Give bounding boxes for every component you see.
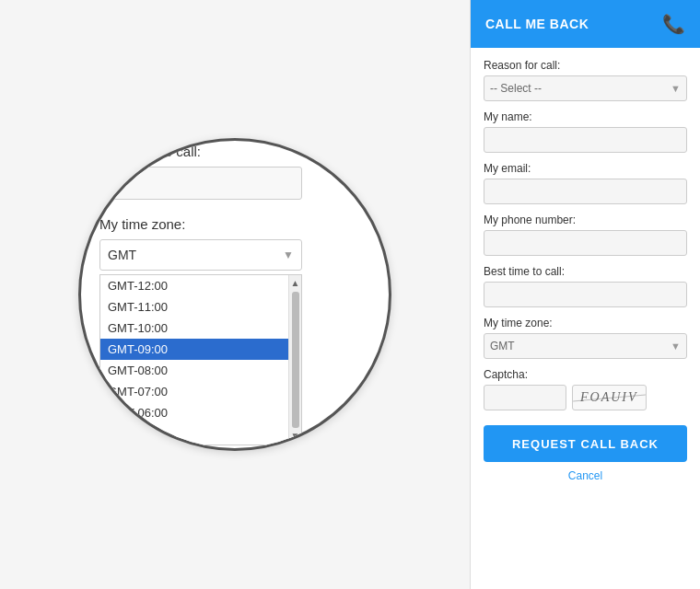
timezone-label: My time zone: (484, 317, 687, 329)
timezone-select[interactable]: GMT ▼ (484, 333, 687, 359)
scroll-down-icon[interactable]: ▼ (291, 430, 300, 443)
magnifier-timezone-select[interactable]: GMT ▼ (99, 239, 302, 271)
name-label: My name: (484, 110, 687, 123)
best-time-label: Best time to call: (484, 265, 687, 278)
dropdown-item[interactable]: GMT-09:00 (100, 339, 288, 360)
magnifier-timezone-value: GMT (108, 248, 136, 262)
timezone-chevron-icon: ▼ (671, 341, 681, 352)
panel-title: CALL ME BACK (485, 17, 589, 31)
captcha-row: FOAUIV (484, 385, 687, 410)
dropdown-item[interactable]: GMT-10:00 (100, 318, 288, 339)
reason-field-group: Reason for call: -- Select -- ▼ (484, 59, 687, 101)
captcha-field-group: Captcha: FOAUIV (484, 368, 687, 410)
dropdown-item[interactable]: GMT-07:00 (100, 381, 288, 402)
magnifier-best-time-input[interactable] (99, 167, 302, 200)
dropdown-item[interactable]: GMT-11:00 (100, 296, 288, 318)
phone-input[interactable] (484, 230, 687, 256)
magnifier-dropdown: GMT-12:00GMT-11:00GMT-10:00GMT-09:00GMT-… (99, 274, 302, 445)
right-panel: CALL ME BACK 📞 Reason for call: -- Selec… (470, 0, 700, 589)
timezone-field-group: My time zone: GMT ▼ (484, 317, 687, 359)
reason-select[interactable]: -- Select -- ▼ (484, 75, 687, 101)
best-time-field-group: Best time to call: (484, 265, 687, 307)
dropdown-items-list: GMT-12:00GMT-11:00GMT-10:00GMT-09:00GMT-… (100, 275, 288, 445)
dropdown-item[interactable]: -T-05:00 (100, 423, 288, 445)
captcha-text: FOAUIV (580, 390, 638, 405)
dropdown-item[interactable]: GMT-06:00 (100, 402, 288, 423)
captcha-image: FOAUIV (572, 385, 647, 410)
panel-header: CALL ME BACK 📞 (471, 0, 700, 48)
cancel-link[interactable]: Cancel (484, 469, 687, 482)
magnifier-best-time-label: Best time to call: (99, 144, 370, 159)
phone-icon: 📞 (662, 13, 685, 35)
email-input[interactable] (484, 179, 687, 204)
reason-label: Reason for call: (484, 59, 687, 72)
chevron-down-icon: ▼ (283, 248, 294, 261)
phone-field-group: My phone number: (484, 214, 687, 256)
reason-placeholder: -- Select -- (490, 82, 542, 95)
captcha-input[interactable] (484, 385, 566, 410)
phone-label: My phone number: (484, 214, 687, 226)
dropdown-item[interactable]: GMT-12:00 (100, 275, 288, 296)
name-input[interactable] (484, 127, 687, 153)
name-field-group: My name: (484, 110, 687, 153)
email-field-group: My email: (484, 162, 687, 204)
best-time-input[interactable] (484, 282, 687, 307)
dropdown-item[interactable]: GMT-08:00 (100, 360, 288, 381)
email-label: My email: (484, 162, 687, 175)
captcha-label: Captcha: (484, 368, 687, 381)
timezone-value: GMT (490, 340, 515, 352)
dropdown-scrollbar[interactable]: ▲ ▼ (288, 275, 301, 445)
scroll-up-icon[interactable]: ▲ (291, 277, 300, 290)
magnifier-timezone-label: My time zone: (99, 216, 370, 232)
magnifier-circle: Best time to call: My time zone: GMT ▼ G… (78, 138, 391, 451)
panel-body: Reason for call: -- Select -- ▼ My name:… (471, 48, 700, 589)
request-callback-button[interactable]: REQUEST CALL BACK (484, 425, 687, 462)
left-area: Best time to call: My time zone: GMT ▼ G… (0, 0, 470, 589)
scroll-thumb[interactable] (292, 292, 299, 428)
reason-chevron-icon: ▼ (671, 83, 681, 94)
